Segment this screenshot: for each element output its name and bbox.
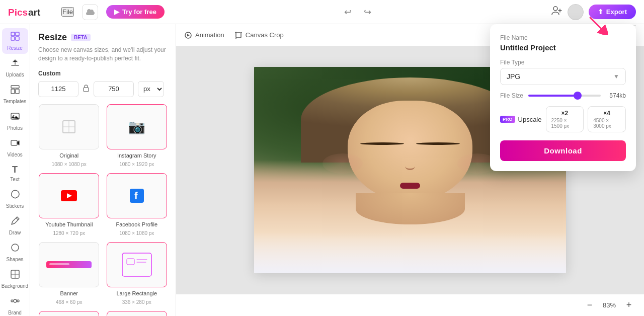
preset-banner-thumb bbox=[39, 242, 99, 287]
unit-select[interactable]: px in cm bbox=[138, 81, 164, 97]
animation-label: Animation bbox=[195, 31, 224, 39]
preset-large-rectangle-size: 336 × 280 px bbox=[122, 299, 151, 305]
templates-label: Templates bbox=[4, 99, 27, 104]
download-button[interactable]: Download bbox=[500, 140, 626, 161]
file-size-label: File Size bbox=[500, 92, 523, 99]
photos-label: Photos bbox=[7, 125, 23, 131]
text-label: Text bbox=[10, 177, 19, 182]
templates-icon bbox=[10, 85, 20, 97]
instagram-icon: 📷 bbox=[128, 118, 145, 135]
sidebar-item-photos[interactable]: Photos bbox=[2, 108, 28, 134]
zoom-out-button[interactable]: − bbox=[583, 298, 597, 312]
cloud-save-button[interactable] bbox=[82, 4, 98, 20]
preset-instagram[interactable]: 📷 Instagram Story 1080 × 1920 px bbox=[106, 104, 168, 167]
svg-rect-8 bbox=[11, 89, 15, 94]
sidebar-item-brand-kits[interactable]: Brand Kits bbox=[2, 293, 28, 316]
svg-text:Pics: Pics bbox=[8, 7, 28, 18]
svg-rect-9 bbox=[16, 89, 19, 94]
preset-facebook-thumb: f bbox=[107, 173, 167, 218]
preset-large-rectangle-name: Large Rectangle bbox=[116, 290, 157, 296]
topbar: Pics art File ▶ Try for free ↩ ↪ ⬆ Expor… bbox=[0, 0, 644, 24]
svg-point-15 bbox=[14, 299, 17, 302]
uploads-label: Uploads bbox=[6, 72, 24, 77]
export-button[interactable]: ⬆ Export bbox=[589, 5, 636, 19]
x4-size: 4500 × 3000 px bbox=[593, 118, 620, 129]
sidebar-item-resize[interactable]: Resize bbox=[2, 28, 28, 54]
app-logo[interactable]: Pics art bbox=[8, 7, 53, 18]
width-input[interactable] bbox=[38, 81, 78, 97]
preset-xpost[interactable]: 𝕏 X post 1200 × 675 px bbox=[106, 311, 168, 316]
preset-original[interactable]: Original 1080 × 1080 px bbox=[38, 104, 100, 167]
zoom-level: 83% bbox=[603, 301, 616, 309]
file-size-slider[interactable] bbox=[528, 95, 601, 97]
beta-badge: BETA bbox=[71, 34, 90, 41]
topbar-center: ↩ ↪ bbox=[173, 5, 543, 20]
preset-youtube[interactable]: Youtube Thumbnail 1280 × 720 px bbox=[38, 173, 100, 236]
add-user-button[interactable] bbox=[551, 6, 562, 18]
sidebar-item-draw[interactable]: Draw bbox=[2, 213, 28, 239]
topbar-right: ⬆ Export bbox=[551, 4, 636, 20]
x2-size: 2250 × 1500 px bbox=[551, 118, 579, 129]
svg-rect-5 bbox=[11, 37, 15, 40]
preset-large-rectangle[interactable]: Large Rectangle 336 × 280 px bbox=[106, 242, 168, 305]
preset-banner[interactable]: Banner 468 × 60 px bbox=[38, 242, 100, 305]
preset-linkedin[interactable]: in LinkedIn Post 1200 × 628 px bbox=[38, 311, 100, 316]
preset-banner-size: 468 × 60 px bbox=[56, 299, 83, 305]
sidebar-item-uploads[interactable]: Uploads bbox=[2, 55, 28, 81]
file-menu[interactable]: File bbox=[61, 7, 74, 17]
preset-instagram-size: 1080 × 1920 px bbox=[119, 162, 154, 167]
sidebar-item-templates[interactable]: Templates bbox=[2, 82, 28, 107]
try-icon: ▶ bbox=[114, 8, 119, 16]
file-name-section: File Name Untitled Project bbox=[500, 34, 626, 52]
export-dropdown: File Name Untitled Project File Type JPG… bbox=[490, 24, 636, 171]
upscale-x2-button[interactable]: ×2 2250 × 1500 px bbox=[546, 106, 584, 132]
shapes-label: Shapes bbox=[7, 257, 24, 262]
file-type-label: File Type bbox=[500, 59, 626, 66]
upscale-x4-button[interactable]: ×4 4500 × 3000 px bbox=[588, 106, 626, 132]
preset-original-thumb bbox=[39, 104, 99, 149]
resize-title-text: Resize bbox=[38, 32, 67, 43]
upscale-section: PRO Upscale ×2 2250 × 1500 px ×4 4500 × … bbox=[500, 106, 626, 132]
icon-sidebar: Resize Uploads Templates Photos Videos bbox=[0, 24, 30, 316]
animation-button[interactable]: Animation bbox=[184, 31, 224, 39]
sidebar-item-shapes[interactable]: Shapes bbox=[2, 240, 28, 265]
user-avatar[interactable] bbox=[568, 4, 584, 20]
svg-rect-12 bbox=[11, 140, 17, 145]
brand-kits-label: Brand Kits bbox=[4, 310, 26, 316]
resize-panel: Resize BETA Choose new canvas sizes, and… bbox=[30, 24, 176, 316]
try-for-free-button[interactable]: ▶ Try for free bbox=[106, 5, 165, 19]
uploads-icon bbox=[10, 58, 20, 70]
videos-label: Videos bbox=[7, 152, 22, 157]
upscale-options: ×2 2250 × 1500 px ×4 4500 × 3000 px bbox=[545, 106, 626, 132]
canvas-crop-button[interactable]: Canvas Crop bbox=[234, 31, 284, 39]
draw-label: Draw bbox=[9, 230, 21, 235]
file-size-kb: 574kb bbox=[606, 92, 626, 99]
undo-button[interactable]: ↩ bbox=[342, 5, 354, 20]
sidebar-item-background[interactable]: Background bbox=[2, 266, 28, 292]
x2-label: ×2 bbox=[561, 110, 569, 117]
svg-rect-3 bbox=[11, 32, 15, 36]
sidebar-item-text[interactable]: T Text bbox=[2, 162, 28, 185]
text-icon: T bbox=[12, 165, 18, 175]
upscale-label-wrap: PRO Upscale bbox=[500, 116, 541, 123]
lock-icon bbox=[83, 84, 90, 94]
height-input[interactable] bbox=[94, 81, 134, 97]
custom-label: Custom bbox=[38, 70, 168, 77]
sidebar-item-videos[interactable]: Videos bbox=[2, 135, 28, 161]
preset-facebook-size: 1080 × 1080 px bbox=[119, 230, 154, 236]
zoom-in-button[interactable]: + bbox=[622, 298, 636, 312]
preset-facebook-name: Facebook Profile bbox=[116, 221, 157, 227]
svg-point-16 bbox=[11, 300, 13, 302]
preset-original-size: 1080 × 1080 px bbox=[52, 162, 87, 167]
sidebar-item-stickers[interactable]: Stickers bbox=[2, 186, 28, 212]
file-type-select[interactable]: JPG ▼ bbox=[500, 68, 626, 85]
preset-linkedin-thumb: in bbox=[39, 311, 99, 316]
photos-icon bbox=[10, 111, 20, 124]
svg-rect-27 bbox=[127, 259, 134, 265]
redo-button[interactable]: ↪ bbox=[362, 5, 373, 20]
upscale-label: Upscale bbox=[518, 116, 542, 123]
file-name-value[interactable]: Untitled Project bbox=[500, 43, 626, 52]
canvas-bottom: − 83% + bbox=[176, 294, 644, 316]
svg-point-17 bbox=[17, 300, 19, 302]
preset-facebook[interactable]: f Facebook Profile 1080 × 1080 px bbox=[106, 173, 168, 236]
